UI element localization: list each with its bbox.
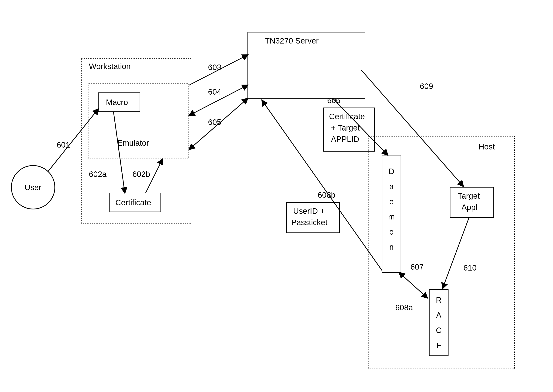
edge-604-label: 604 bbox=[208, 87, 221, 96]
cert-applid-l3: APPLID bbox=[331, 135, 359, 144]
racf-f: F bbox=[436, 341, 441, 350]
edge-607-label: 607 bbox=[410, 262, 424, 271]
edge-601 bbox=[48, 109, 98, 171]
edge-606-label: 606 bbox=[327, 96, 340, 105]
diagram-canvas: Workstation Emulator Host User Macro Cer… bbox=[0, 0, 553, 392]
daemon-o: o bbox=[389, 227, 394, 236]
edge-602a-label: 602a bbox=[89, 170, 107, 179]
daemon-a: a bbox=[389, 182, 394, 191]
daemon-d: D bbox=[389, 167, 394, 176]
edge-601-label: 601 bbox=[57, 140, 70, 149]
macro-label: Macro bbox=[106, 98, 128, 107]
edge-602b-label: 602b bbox=[132, 170, 150, 179]
edge-609 bbox=[361, 70, 463, 186]
edge-609-label: 609 bbox=[420, 82, 433, 91]
emulator-label: Emulator bbox=[117, 139, 149, 147]
edge-608b bbox=[262, 100, 382, 271]
edge-607 bbox=[399, 273, 428, 298]
edge-610 bbox=[442, 217, 469, 288]
edge-610-label: 610 bbox=[463, 263, 477, 272]
target-appl-l2: Appl bbox=[462, 203, 477, 212]
certificate-label: Certificate bbox=[115, 198, 151, 207]
tn3270-label: TN3270 Server bbox=[265, 36, 319, 45]
racf-c: C bbox=[436, 326, 442, 335]
edge-608b-label: 608b bbox=[318, 190, 335, 199]
workstation-label: Workstation bbox=[89, 62, 131, 71]
userid-l1: UserID + bbox=[293, 207, 325, 216]
edge-605-label: 605 bbox=[208, 118, 221, 126]
cert-applid-l2: + Target bbox=[331, 123, 360, 132]
edge-603-label: 603 bbox=[208, 63, 221, 72]
daemon-n: n bbox=[389, 243, 394, 252]
racf-a: A bbox=[436, 311, 442, 320]
target-appl-l1: Target bbox=[458, 191, 480, 200]
racf-r: R bbox=[436, 295, 442, 304]
user-label: User bbox=[25, 183, 41, 192]
emulator-container bbox=[89, 83, 188, 159]
edge-608a-label: 608a bbox=[395, 303, 413, 312]
daemon-m: m bbox=[388, 212, 395, 221]
edge-602a bbox=[113, 112, 125, 193]
userid-l2: Passticket bbox=[291, 218, 328, 227]
host-label: Host bbox=[478, 142, 495, 151]
daemon-e: e bbox=[389, 197, 394, 206]
